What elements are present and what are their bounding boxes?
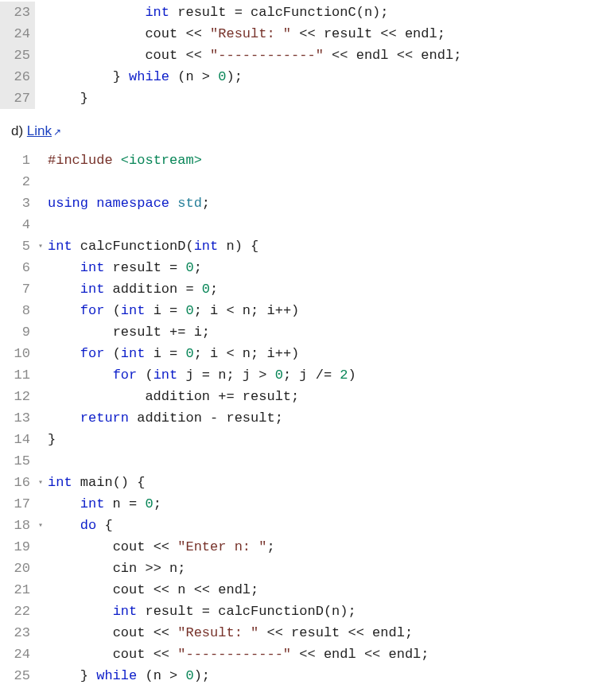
- code-content: cout << "Result: " << result << endl;: [46, 23, 445, 45]
- line-number: 26: [0, 66, 35, 88]
- line-number: 10: [0, 343, 35, 364]
- code-line: 6 int result = 0;: [0, 257, 614, 278]
- line-number: 21: [0, 579, 35, 601]
- code-block-d: 1#include <iostream>23using namespace st…: [0, 150, 614, 686]
- code-content: }: [46, 88, 88, 109]
- code-block-c-tail: 23 int result = calcFunctionC(n);24 cout…: [0, 2, 614, 109]
- code-content: int n = 0;: [46, 493, 161, 515]
- code-content: for (int j = n; j > 0; j /= 2): [46, 364, 356, 386]
- line-number: 27: [0, 88, 35, 109]
- code-line: 14}: [0, 429, 614, 450]
- line-number: 24: [0, 23, 35, 45]
- line-number: 24: [0, 644, 35, 665]
- code-content: cout << "------------" << endl << endl;: [46, 45, 461, 66]
- code-content: addition += result;: [46, 386, 299, 407]
- code-content: for (int i = 0; i < n; i++): [46, 343, 299, 364]
- fold-toggle-icon[interactable]: ▾: [35, 235, 46, 257]
- code-line: 17 int n = 0;: [0, 493, 614, 515]
- code-line: 2: [0, 171, 614, 192]
- line-number: 4: [0, 214, 35, 235]
- code-line: 26 } while (n > 0);: [0, 66, 614, 88]
- code-line: 8 for (int i = 0; i < n; i++): [0, 300, 614, 321]
- code-line: 7 int addition = 0;: [0, 278, 614, 300]
- code-line: 15: [0, 450, 614, 472]
- line-number: 11: [0, 364, 35, 386]
- line-number: 18: [0, 515, 35, 536]
- line-number: 2: [0, 171, 35, 192]
- line-number: 22: [0, 601, 35, 622]
- code-line: 25 } while (n > 0);: [0, 665, 614, 686]
- code-content: cout << "Result: " << result << endl;: [46, 622, 413, 644]
- code-line: 3using namespace std;: [0, 192, 614, 214]
- code-line: 1#include <iostream>: [0, 150, 614, 171]
- line-number: 14: [0, 429, 35, 450]
- code-content: int result = calcFunctionC(n);: [46, 2, 389, 23]
- line-number: 19: [0, 536, 35, 558]
- code-line: 11 for (int j = n; j > 0; j /= 2): [0, 364, 614, 386]
- section-d-prefix: d): [11, 123, 27, 138]
- line-number: 1: [0, 150, 35, 171]
- line-number: 7: [0, 278, 35, 300]
- code-content: int main() {: [46, 472, 145, 493]
- code-line: 24 cout << "------------" << endl << end…: [0, 644, 614, 665]
- code-line: 25 cout << "------------" << endl << end…: [0, 45, 614, 66]
- code-content: return addition - result;: [46, 407, 283, 429]
- code-content: do {: [46, 515, 113, 536]
- code-content: } while (n > 0);: [46, 665, 210, 686]
- code-content: cout << "------------" << endl << endl;: [46, 644, 429, 665]
- code-content: }: [46, 429, 56, 450]
- line-number: 9: [0, 321, 35, 343]
- fold-toggle-icon[interactable]: ▾: [35, 472, 46, 493]
- code-line: 12 addition += result;: [0, 386, 614, 407]
- section-d-label: d) Link↗: [0, 109, 614, 150]
- line-number: 16: [0, 472, 35, 493]
- code-line: 18▾ do {: [0, 515, 614, 536]
- code-line: 10 for (int i = 0; i < n; i++): [0, 343, 614, 364]
- code-content: using namespace std;: [46, 192, 210, 214]
- code-content: cout << "Enter n: ";: [46, 536, 275, 558]
- code-content: int result = calcFunctionD(n);: [46, 601, 356, 622]
- code-line: 5▾int calcFunctionD(int n) {: [0, 235, 614, 257]
- page: 23 int result = calcFunctionC(n);24 cout…: [0, 0, 614, 686]
- code-line: 20 cin >> n;: [0, 558, 614, 579]
- code-line: 23 cout << "Result: " << result << endl;: [0, 622, 614, 644]
- line-number: 3: [0, 192, 35, 214]
- line-number: 17: [0, 493, 35, 515]
- code-content: cout << n << endl;: [46, 579, 258, 601]
- line-number: 6: [0, 257, 35, 278]
- code-content: cin >> n;: [46, 558, 185, 579]
- code-content: #include <iostream>: [46, 150, 202, 171]
- code-content: int addition = 0;: [46, 278, 218, 300]
- line-number: 15: [0, 450, 35, 472]
- fold-toggle-icon[interactable]: ▾: [35, 515, 46, 536]
- line-number: 13: [0, 407, 35, 429]
- code-line: 21 cout << n << endl;: [0, 579, 614, 601]
- code-line: 13 return addition - result;: [0, 407, 614, 429]
- line-number: 23: [0, 2, 35, 23]
- line-number: 20: [0, 558, 35, 579]
- external-link-icon: ↗: [53, 126, 61, 138]
- code-content: result += i;: [46, 321, 210, 343]
- code-line: 22 int result = calcFunctionD(n);: [0, 601, 614, 622]
- line-number: 8: [0, 300, 35, 321]
- code-content: for (int i = 0; i < n; i++): [46, 300, 299, 321]
- line-number: 5: [0, 235, 35, 257]
- line-number: 23: [0, 622, 35, 644]
- code-content: int result = 0;: [46, 257, 202, 278]
- section-d-link[interactable]: Link: [27, 123, 52, 138]
- code-line: 23 int result = calcFunctionC(n);: [0, 2, 614, 23]
- code-line: 27 }: [0, 88, 614, 109]
- code-content: int calcFunctionD(int n) {: [46, 235, 258, 257]
- line-number: 25: [0, 665, 35, 686]
- line-number: 25: [0, 45, 35, 66]
- code-content: } while (n > 0);: [46, 66, 243, 88]
- code-line: 16▾int main() {: [0, 472, 614, 493]
- code-line: 4: [0, 214, 614, 235]
- line-number: 12: [0, 386, 35, 407]
- code-line: 19 cout << "Enter n: ";: [0, 536, 614, 558]
- code-line: 9 result += i;: [0, 321, 614, 343]
- code-line: 24 cout << "Result: " << result << endl;: [0, 23, 614, 45]
